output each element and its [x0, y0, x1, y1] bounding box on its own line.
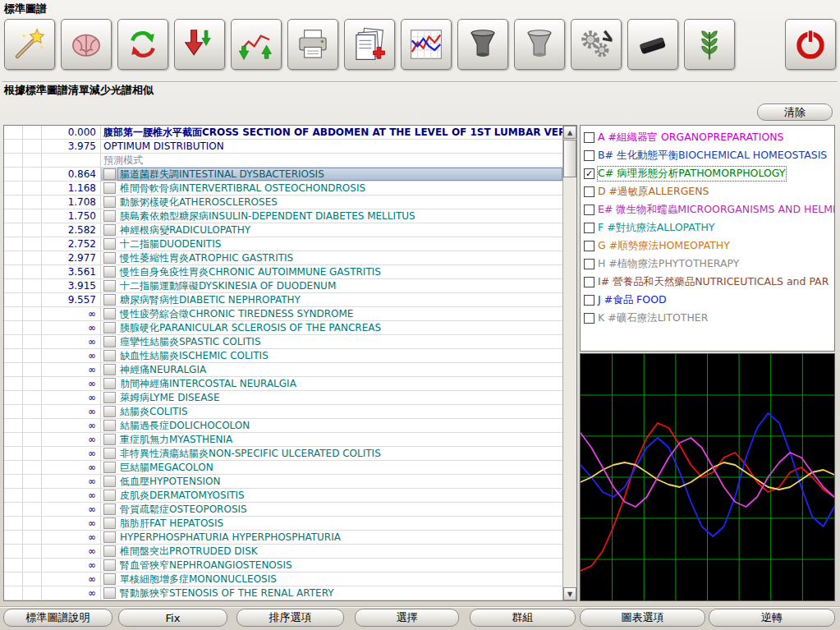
- row-box-cell[interactable]: [101, 433, 117, 446]
- row-flag-cell[interactable]: [4, 154, 23, 167]
- etalon-description-button[interactable]: 標準圖譜說明: [3, 609, 112, 627]
- row-box[interactable]: [103, 252, 116, 264]
- category-checkbox[interactable]: [584, 205, 594, 215]
- sort-options-button[interactable]: 排序選項: [236, 609, 344, 627]
- row-mark-cell[interactable]: [23, 545, 42, 558]
- table-row[interactable]: ∞椎間盤突出PROTRUDED DISK: [4, 545, 562, 559]
- row-name[interactable]: 腎血管狹窄NEPHROANGIOSTENOSIS: [117, 559, 562, 572]
- row-name[interactable]: 腸道菌群失調INTESTINAL DYSBACTERIOSIS: [117, 168, 562, 181]
- row-box-cell[interactable]: [101, 168, 117, 181]
- table-row[interactable]: ∞結腸過長症DOLICHOCOLON: [4, 419, 562, 433]
- table-row[interactable]: ∞腎血管狹窄NEPHROANGIOSTENOSIS: [4, 559, 562, 573]
- row-name[interactable]: 結腸過長症DOLICHOCOLON: [117, 419, 562, 432]
- category-item[interactable]: H #植物療法PHYTOTHERAPY: [581, 255, 834, 273]
- row-box-cell[interactable]: [101, 349, 117, 362]
- category-item[interactable]: B# 生化動態平衡BIOCHEMICAL HOMEOSTASIS: [581, 146, 834, 164]
- row-flag-cell[interactable]: [4, 293, 23, 306]
- row-name[interactable]: 萊姆病LYME DISEASE: [117, 391, 562, 404]
- row-name[interactable]: 皮肌炎DERMATOMYOSITIS: [117, 489, 562, 502]
- row-flag-cell[interactable]: [4, 586, 23, 600]
- row-box-cell[interactable]: [101, 447, 117, 460]
- row-box[interactable]: [103, 196, 116, 208]
- row-name[interactable]: 椎間盤突出PROTRUDED DISK: [117, 545, 562, 558]
- row-name[interactable]: 缺血性結腸炎ISCHEMIC COLITIS: [117, 349, 562, 362]
- category-checkbox[interactable]: [584, 223, 594, 233]
- row-name[interactable]: 預測模式: [101, 154, 562, 167]
- row-box-cell[interactable]: [101, 419, 117, 432]
- card-file-button[interactable]: [344, 19, 395, 70]
- line-chart-button[interactable]: [401, 19, 452, 70]
- table-row[interactable]: 0.864腸道菌群失調INTESTINAL DYSBACTERIOSIS: [4, 168, 562, 182]
- row-box-cell[interactable]: [101, 377, 117, 390]
- table-row[interactable]: ∞低血壓HYPOTENSION: [4, 475, 562, 489]
- row-box[interactable]: [103, 573, 116, 585]
- row-mark-cell[interactable]: [23, 461, 42, 474]
- row-mark-cell[interactable]: [23, 209, 42, 223]
- row-box-cell[interactable]: [101, 461, 117, 474]
- table-row[interactable]: ∞結腸炎COLITIS: [4, 405, 562, 419]
- row-mark-cell[interactable]: [23, 223, 42, 237]
- row-name[interactable]: 胰島素依賴型糖尿病INSULIN-DEPENDENT DIABETES MELL…: [117, 209, 562, 223]
- row-mark-cell[interactable]: [23, 391, 42, 404]
- row-box-cell[interactable]: [101, 503, 117, 516]
- row-box-cell[interactable]: [101, 293, 117, 306]
- row-box-cell[interactable]: [101, 391, 117, 404]
- row-name[interactable]: 十二指腸運動障礙DYSKINESIA OF DUODENUM: [117, 279, 562, 292]
- plant-phytotherapy-button[interactable]: [684, 19, 735, 70]
- row-name[interactable]: 動脈粥樣硬化ATHEROSCLEROSES: [117, 195, 562, 209]
- row-box[interactable]: [103, 420, 116, 431]
- category-item[interactable]: D #過敏原ALLERGENS: [581, 182, 834, 200]
- scroll-thumb[interactable]: [563, 140, 576, 177]
- row-name[interactable]: OPTIMUM DISTRIBUTION: [101, 140, 562, 153]
- table-row[interactable]: 1.750胰島素依賴型糖尿病INSULIN-DEPENDENT DIABETES…: [4, 209, 562, 223]
- row-name[interactable]: 神經根病變RADICULOPATHY: [117, 223, 562, 237]
- row-box-cell[interactable]: [101, 195, 117, 209]
- row-flag-cell[interactable]: [4, 321, 23, 334]
- row-name[interactable]: 慢性萎縮性胃炎ATROPHIC GASTRITIS: [117, 251, 562, 264]
- category-item[interactable]: G #順勢療法HOMEOPATHY: [581, 237, 834, 255]
- row-flag-cell[interactable]: [4, 237, 23, 251]
- row-name[interactable]: 胰腺硬化PARANICULAR SCLEROSIS OF THE PANCREA…: [117, 321, 562, 334]
- row-flag-cell[interactable]: [4, 195, 23, 209]
- row-flag-cell[interactable]: [4, 419, 23, 432]
- row-name[interactable]: 腹部第一腰椎水平截面CROSS SECTION OF ABDOMEN AT TH…: [101, 126, 562, 139]
- row-mark-cell[interactable]: [23, 265, 42, 278]
- table-row[interactable]: 2.752十二指腸DUODENITIS: [4, 237, 562, 251]
- category-checkbox[interactable]: [584, 277, 594, 287]
- row-box-cell[interactable]: [101, 517, 117, 530]
- row-name[interactable]: 單核細胞增多症MONONUCLEOSIS: [117, 573, 562, 586]
- category-item[interactable]: E# 微生物和蠕蟲MICROORGANISMS AND HELMI: [581, 200, 834, 218]
- category-checkbox[interactable]: [584, 241, 594, 251]
- row-mark-cell[interactable]: [23, 335, 42, 348]
- category-item[interactable]: I# 營養品和天然藥品NUTRICEUTICALS and PAR: [581, 273, 834, 291]
- row-box-cell[interactable]: [101, 279, 117, 292]
- table-row[interactable]: 1.168椎間骨軟骨病INTERVERTIBRAL OSTEOCHONDROSI…: [4, 182, 562, 195]
- table-row[interactable]: 1.708動脈粥樣硬化ATHEROSCLEROSES: [4, 195, 562, 209]
- row-mark-cell[interactable]: [23, 195, 42, 209]
- recycle-arrows-button[interactable]: [117, 19, 168, 70]
- row-box[interactable]: [103, 476, 116, 487]
- table-scrollbar[interactable]: ▲ ▼: [562, 126, 576, 600]
- row-box-cell[interactable]: [101, 321, 117, 334]
- category-checkbox[interactable]: [584, 313, 594, 324]
- table-row[interactable]: 0.000腹部第一腰椎水平截面CROSS SECTION OF ABDOMEN …: [4, 126, 562, 140]
- row-name[interactable]: 痙攣性結腸炎SPASTIC COLITIS: [117, 335, 562, 348]
- row-mark-cell[interactable]: [23, 182, 42, 195]
- chart-arrows-button[interactable]: [231, 19, 282, 70]
- row-mark-cell[interactable]: [23, 475, 42, 488]
- row-box-cell[interactable]: [101, 251, 117, 264]
- row-name[interactable]: 慢性自身免疫性胃炎CHRONIC AUTOIMMUNE GASTRITIS: [117, 265, 562, 278]
- table-row[interactable]: 3.915十二指腸運動障礙DYSKINESIA OF DUODENUM: [4, 279, 562, 293]
- row-name[interactable]: 糖尿病腎病性DIABETIC NEPHROPATHY: [117, 293, 562, 306]
- row-name[interactable]: 巨結腸MEGACOLON: [117, 461, 562, 474]
- select-button[interactable]: 選擇: [355, 609, 459, 627]
- table-row[interactable]: ∞腎動脈狹窄STENOSIS OF THE RENAL ARTERY: [4, 586, 562, 600]
- row-name[interactable]: 慢性疲勞綜合徵CHRONIC TIREDNESS SYNDROME: [117, 307, 562, 320]
- row-box-cell[interactable]: [101, 237, 117, 251]
- row-flag-cell[interactable]: [4, 168, 23, 181]
- row-flag-cell[interactable]: [4, 377, 23, 390]
- row-flag-cell[interactable]: [4, 489, 23, 502]
- row-box-cell[interactable]: [101, 209, 117, 223]
- row-box[interactable]: [103, 308, 116, 320]
- table-row[interactable]: ∞缺血性結腸炎ISCHEMIC COLITIS: [4, 349, 562, 363]
